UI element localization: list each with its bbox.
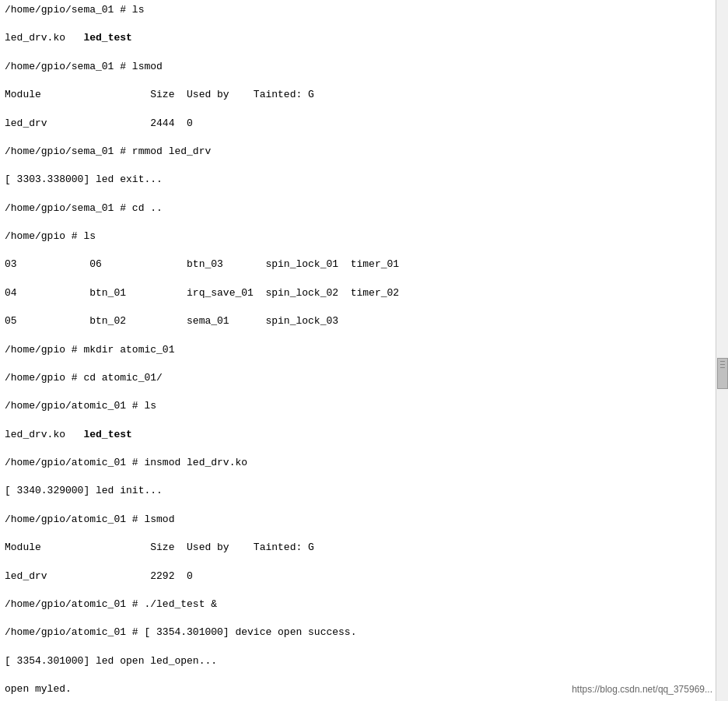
terminal-line: /home/gpio/atomic_01 # ls bbox=[5, 399, 711, 413]
terminal-line: /home/gpio/atomic_01 # insmod led_drv.ko bbox=[5, 456, 711, 470]
terminal-line: /home/gpio/sema_01 # rmmod led_drv bbox=[5, 145, 711, 159]
terminal-content[interactable]: /home/gpio/sema_01 # ls led_drv.ko led_t… bbox=[0, 0, 716, 701]
terminal-line: /home/gpio/sema_01 # ls bbox=[5, 3, 711, 17]
terminal-line: led_drv.ko led_test bbox=[5, 31, 711, 45]
terminal-line: /home/gpio/atomic_01 # [ 3354.301000] de… bbox=[5, 626, 711, 640]
terminal-line: 03 06 btn_03 spin_lock_01 timer_01 bbox=[5, 258, 711, 272]
terminal-line: /home/gpio/sema_01 # cd .. bbox=[5, 202, 711, 216]
terminal-line: /home/gpio/atomic_01 # ./led_test & bbox=[5, 598, 711, 612]
terminal-line: [ 3340.329000] led init... bbox=[5, 484, 711, 498]
terminal-line: /home/gpio/sema_01 # lsmod bbox=[5, 60, 711, 74]
scrollbar-thumb[interactable] bbox=[717, 358, 728, 389]
terminal-line: [ 3303.338000] led exit... bbox=[5, 173, 711, 187]
terminal-line: /home/gpio # cd atomic_01/ bbox=[5, 371, 711, 385]
scrollbar[interactable] bbox=[716, 0, 728, 701]
terminal-line: Module Size Used by Tainted: G bbox=[5, 541, 711, 555]
terminal-line: led_drv 2292 0 bbox=[5, 570, 711, 584]
terminal-line: 04 btn_01 irq_save_01 spin_lock_02 timer… bbox=[5, 286, 711, 300]
terminal-line: Module Size Used by Tainted: G bbox=[5, 88, 711, 102]
terminal-line: /home/gpio # mkdir atomic_01 bbox=[5, 343, 711, 357]
terminal-line: /home/gpio/atomic_01 # lsmod bbox=[5, 513, 711, 527]
terminal-line: [ 3354.301000] led open led_open... bbox=[5, 654, 711, 668]
terminal-wrapper: /home/gpio/sema_01 # ls led_drv.ko led_t… bbox=[0, 0, 728, 701]
watermark: https://blog.csdn.net/qq_375969... bbox=[572, 684, 712, 695]
terminal-line: led_drv.ko led_test bbox=[5, 428, 711, 442]
terminal-line: /home/gpio # ls bbox=[5, 230, 711, 244]
terminal-line: 05 btn_02 sema_01 spin_lock_03 bbox=[5, 314, 711, 328]
terminal-line: led_drv 2444 0 bbox=[5, 117, 711, 131]
